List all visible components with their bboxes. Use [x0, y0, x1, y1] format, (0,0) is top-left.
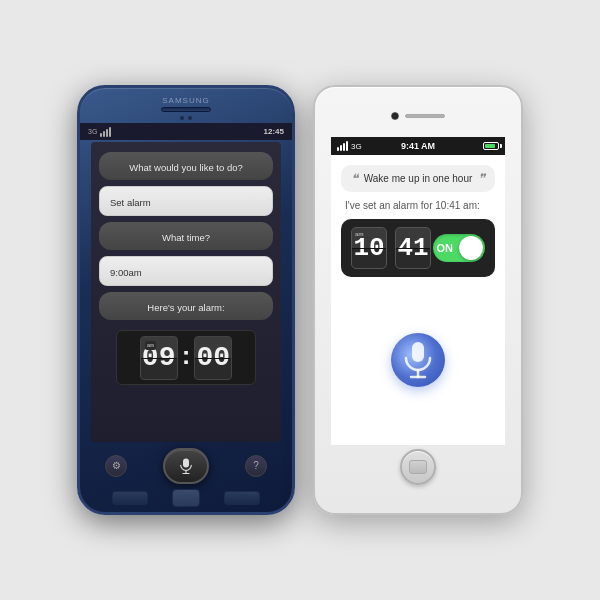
signal-bar-3 — [106, 129, 108, 137]
iphone-time: 9:41 AM — [401, 141, 435, 151]
siri-quote-bubble: ❝ Wake me up in one hour ❞ — [341, 165, 495, 192]
samsung-camera — [180, 116, 184, 120]
samsung-bubble-1: What would you like to do? — [99, 152, 273, 180]
mic-icon — [177, 457, 195, 475]
iphone-top — [315, 87, 521, 137]
samsung-input-1: Set alarm — [99, 186, 273, 216]
iphone-camera — [391, 112, 399, 120]
samsung-network: 3G — [88, 128, 97, 135]
iphone-signal-3 — [343, 143, 345, 151]
iphone-status-right — [483, 142, 499, 150]
samsung-minutes-text: 00 — [197, 342, 231, 373]
home-btn-inner — [409, 460, 427, 474]
siri-minutes-digit: 41 — [395, 227, 431, 269]
samsung-clock-display: am 09 : 00 — [116, 330, 256, 385]
open-quote: ❝ — [351, 172, 358, 185]
samsung-status-bar: 3G 12:45 — [80, 123, 292, 140]
siri-hours-digit: am 10 — [351, 227, 387, 269]
samsung-am-badge: am — [145, 341, 156, 350]
siri-user-query: Wake me up in one hour — [360, 173, 476, 184]
samsung-settings-icon[interactable]: ⚙ — [105, 455, 127, 477]
svg-rect-3 — [412, 342, 424, 362]
iphone-signal-1 — [337, 147, 339, 151]
alarm-toggle[interactable]: ON — [433, 234, 485, 262]
help-glyph: ? — [253, 460, 259, 471]
toggle-knob — [459, 236, 483, 260]
samsung-bubble-3: Here's your alarm: — [99, 292, 273, 320]
toggle-on-label: ON — [437, 242, 454, 254]
settings-glyph: ⚙ — [112, 460, 121, 471]
iphone-phone: 3G 9:41 AM ❝ Wake me up in one hour ❞ I'… — [313, 85, 523, 515]
iphone-signal-bars — [337, 141, 348, 151]
iphone-screen: ❝ Wake me up in one hour ❞ I've set an a… — [331, 155, 505, 445]
samsung-q3-text: Here's your alarm: — [147, 302, 224, 313]
phones-container: SAMSUNG 3G 12:45 What would you li — [67, 75, 533, 525]
samsung-hours: am 09 — [140, 336, 178, 380]
siri-icon — [400, 340, 436, 380]
samsung-a1-text: Set alarm — [110, 197, 151, 208]
signal-bar-1 — [100, 133, 102, 137]
siri-am-label: am — [355, 231, 364, 237]
samsung-brand-label: SAMSUNG — [162, 96, 209, 105]
samsung-back-btn[interactable] — [112, 491, 148, 505]
iphone-camera-area — [391, 112, 445, 120]
samsung-speaker — [161, 107, 211, 112]
samsung-help-icon[interactable]: ? — [245, 455, 267, 477]
samsung-top-bar: SAMSUNG — [80, 88, 292, 123]
samsung-home-btn[interactable] — [172, 489, 200, 507]
siri-response: I've set an alarm for 10:41 am: — [341, 200, 495, 211]
samsung-screen: What would you like to do? Set alarm Wha… — [91, 142, 281, 442]
samsung-q1-text: What would you like to do? — [129, 162, 243, 173]
siri-logo[interactable] — [391, 333, 445, 387]
siri-logo-area — [391, 285, 445, 435]
siri-clock-card: am 10 41 ON — [341, 219, 495, 277]
samsung-camera-dots — [180, 116, 192, 120]
signal-bar-4 — [109, 127, 111, 137]
close-quote: ❞ — [478, 172, 485, 185]
iphone-speaker — [405, 114, 445, 118]
samsung-q2-text: What time? — [162, 232, 210, 243]
samsung-a2-text: 9:00am — [110, 267, 142, 278]
samsung-bottom-bar: ⚙ ? — [91, 446, 281, 485]
siri-minutes-text: 41 — [397, 233, 428, 263]
iphone-status-left: 3G — [337, 141, 362, 151]
samsung-menu-btn[interactable] — [224, 491, 260, 505]
iphone-home-button[interactable] — [400, 449, 436, 485]
iphone-battery-fill — [485, 144, 495, 148]
samsung-bubble-2: What time? — [99, 222, 273, 250]
samsung-status-left: 3G — [88, 127, 111, 137]
samsung-sensor — [188, 116, 192, 120]
clock-colon: : — [182, 340, 191, 371]
samsung-nav-bar — [80, 485, 292, 512]
siri-clock-digits: am 10 41 — [351, 227, 431, 269]
iphone-carrier: 3G — [351, 142, 362, 151]
samsung-mic-button[interactable] — [163, 448, 209, 484]
iphone-battery — [483, 142, 499, 150]
svg-rect-0 — [183, 458, 189, 467]
samsung-minutes: 00 — [194, 336, 232, 380]
signal-bar-2 — [103, 131, 105, 137]
iphone-status-bar: 3G 9:41 AM — [331, 137, 505, 155]
samsung-input-2: 9:00am — [99, 256, 273, 286]
samsung-time: 12:45 — [264, 127, 284, 136]
signal-bars — [100, 127, 111, 137]
iphone-signal-2 — [340, 145, 342, 151]
iphone-signal-4 — [346, 141, 348, 151]
siri-hours-text: 10 — [353, 233, 384, 263]
samsung-phone: SAMSUNG 3G 12:45 What would you li — [77, 85, 295, 515]
toggle-wrapper: ON — [433, 234, 485, 262]
